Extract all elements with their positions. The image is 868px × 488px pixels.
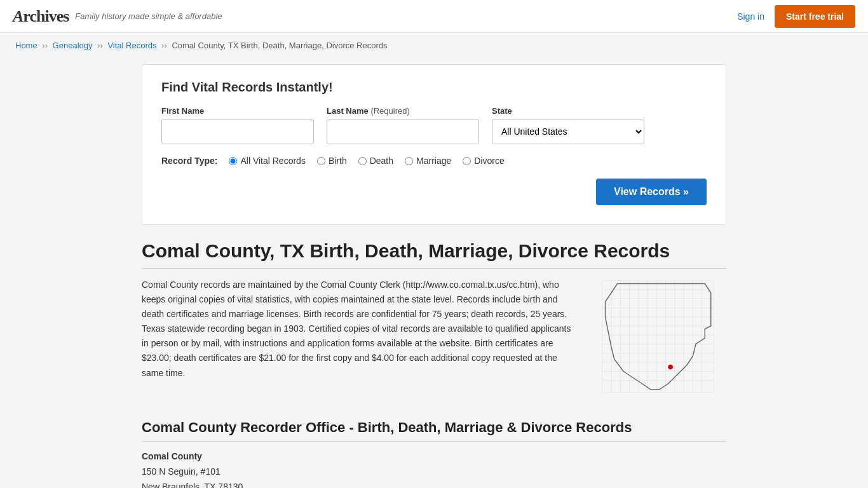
record-type-death[interactable]: Death bbox=[358, 156, 393, 166]
office-name: Comal County bbox=[142, 449, 726, 464]
search-title: Find Vital Records Instantly! bbox=[161, 80, 707, 95]
start-trial-button[interactable]: Start free trial bbox=[775, 5, 855, 28]
site-header: Archives Family history made simple & af… bbox=[0, 0, 868, 33]
address-line2: New Braunfels, TX 78130 bbox=[142, 480, 726, 488]
breadcrumb-genealogy[interactable]: Genealogy bbox=[53, 41, 93, 50]
breadcrumb-home[interactable]: Home bbox=[15, 41, 37, 50]
texas-map bbox=[599, 278, 726, 400]
address-block: Comal County 150 N Seguin, #101 New Brau… bbox=[142, 449, 726, 488]
county-marker bbox=[668, 365, 673, 370]
header-right: Sign in Start free trial bbox=[737, 5, 855, 28]
state-label: State bbox=[492, 106, 644, 116]
record-type-birth[interactable]: Birth bbox=[317, 156, 347, 166]
site-logo: Archives bbox=[13, 7, 69, 26]
breadcrumb-sep3: ›› bbox=[161, 41, 169, 50]
last-name-input[interactable] bbox=[327, 119, 479, 144]
record-type-row: Record Type: All Vital Records Birth Dea… bbox=[161, 156, 707, 166]
last-name-group: Last Name (Required) bbox=[327, 106, 479, 144]
state-group: State All United States bbox=[492, 106, 644, 144]
page-heading: Comal County, TX Birth, Death, Marriage,… bbox=[142, 240, 726, 269]
record-type-divorce[interactable]: Divorce bbox=[463, 156, 504, 166]
sign-in-link[interactable]: Sign in bbox=[737, 11, 764, 22]
texas-map-svg bbox=[599, 278, 720, 398]
first-name-group: First Name bbox=[161, 106, 314, 144]
breadcrumb-sep2: ›› bbox=[97, 41, 105, 50]
content-text: Comal County records are maintained by t… bbox=[142, 278, 580, 400]
breadcrumb-current: Comal County, TX Birth, Death, Marriage,… bbox=[172, 41, 387, 50]
view-records-row: View Records » bbox=[161, 179, 707, 205]
breadcrumb-sep1: ›› bbox=[42, 41, 50, 50]
record-type-marriage[interactable]: Marriage bbox=[405, 156, 451, 166]
description-text: Comal County records are maintained by t… bbox=[142, 278, 580, 381]
record-type-label: Record Type: bbox=[161, 156, 217, 166]
search-box: Find Vital Records Instantly! First Name… bbox=[142, 64, 726, 225]
breadcrumb-vital-records[interactable]: Vital Records bbox=[107, 41, 156, 50]
search-fields: First Name Last Name (Required) State Al… bbox=[161, 106, 707, 144]
record-type-all[interactable]: All Vital Records bbox=[229, 156, 305, 166]
svg-rect-0 bbox=[602, 281, 714, 393]
main-content: Find Vital Records Instantly! First Name… bbox=[129, 58, 739, 488]
subheading: Comal County Recorder Office - Birth, De… bbox=[142, 419, 726, 442]
first-name-input[interactable] bbox=[161, 119, 314, 144]
header-left: Archives Family history made simple & af… bbox=[13, 7, 222, 26]
address-line1: 150 N Seguin, #101 bbox=[142, 464, 726, 480]
first-name-label: First Name bbox=[161, 106, 314, 116]
site-tagline: Family history made simple & affordable bbox=[75, 11, 222, 21]
breadcrumb: Home ›› Genealogy ›› Vital Records ›› Co… bbox=[0, 33, 868, 58]
last-name-label: Last Name (Required) bbox=[327, 106, 479, 116]
view-records-button[interactable]: View Records » bbox=[596, 179, 707, 205]
state-select[interactable]: All United States bbox=[492, 119, 644, 144]
content-area: Comal County records are maintained by t… bbox=[142, 278, 726, 400]
